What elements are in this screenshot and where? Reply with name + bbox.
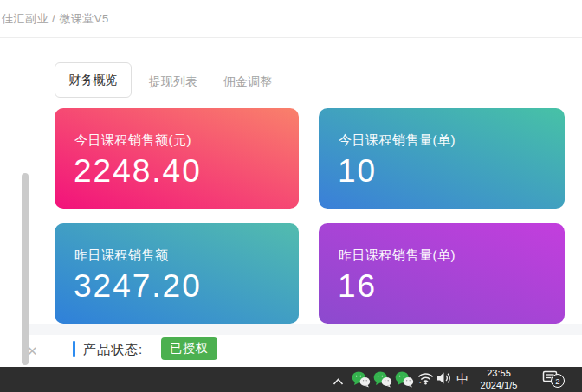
stat-card-today-sales-amount: 今日课程销售额(元) 2248.40 [55,108,299,209]
stat-card-value: 3247.20 [74,268,202,305]
stat-card-yesterday-sales-amount: 昨日课程销售额 3247.20 [55,223,299,324]
stat-card-label: 昨日课程销售额 [74,247,169,264]
stat-card-yesterday-sales-count: 昨日课程销售量(单) 16 [319,223,565,324]
wifi-icon[interactable]: * [417,372,434,389]
status-badge: 已授权 [161,337,217,360]
ime-indicator[interactable]: 中 [456,372,469,388]
tab-commission-adjust[interactable]: 佣金调整 [223,74,272,90]
left-panel-bottom-border [0,170,29,170]
stat-card-label: 今日课程销售额(元) [74,132,191,149]
left-panel-divider [29,38,29,170]
tab-finance-overview-label: 财务概览 [69,73,118,88]
close-icon[interactable]: ✕ [27,344,38,357]
stat-card-value: 10 [338,153,377,190]
stat-card-value: 16 [338,268,377,305]
vertical-scrollbar-thumb[interactable] [22,173,29,365]
speaker-icon[interactable] [436,371,453,389]
tab-withdraw-list[interactable]: 提现列表 [149,74,197,90]
wechat-icon[interactable] [395,371,414,391]
stat-card-value: 2248.40 [74,153,202,190]
taskbar-time: 23:55 [472,368,526,380]
status-accent-bar [73,341,75,357]
taskbar-clock[interactable]: 23:55 2024/1/5 [472,368,526,391]
chevron-up-icon[interactable] [333,374,344,389]
product-status-label: 产品状态: [83,342,143,358]
stat-card-today-sales-count: 今日课程销售量(单) 10 [319,108,565,209]
stat-card-label: 昨日课程销售量(单) [339,247,456,264]
tab-finance-overview[interactable]: 财务概览 [55,62,132,98]
taskbar-date: 2024/1/5 [472,380,526,392]
wechat-icon[interactable] [373,371,392,391]
notification-badge[interactable]: 2 [551,374,565,388]
breadcrumb[interactable]: 佳汇副业 / 微课堂V5 [2,11,109,27]
svg-text:*: * [419,381,422,386]
stat-card-label: 今日课程销售量(单) [339,132,456,149]
section-divider [29,324,582,335]
wechat-icon[interactable] [352,371,371,391]
